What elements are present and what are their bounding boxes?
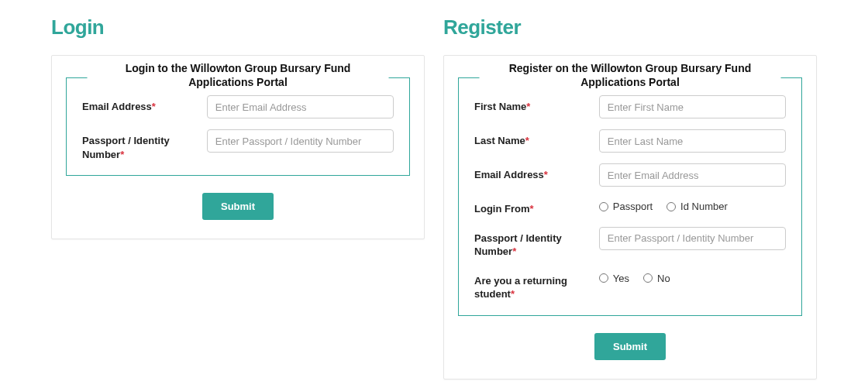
register-email-control — [599, 163, 786, 187]
login-submit-button[interactable]: Submit — [202, 193, 274, 220]
register-loginfrom-control: Passport Id Number — [599, 197, 786, 212]
login-from-passport-radio[interactable] — [599, 202, 608, 211]
radio-label: Passport — [613, 201, 653, 212]
register-passport-label: Passport / Identity Number* — [474, 227, 599, 259]
register-passport-control — [599, 227, 786, 250]
radio-label: Id Number — [680, 201, 728, 212]
login-passport-control — [207, 129, 394, 153]
required-indicator: * — [511, 288, 515, 300]
required-indicator: * — [525, 135, 529, 146]
register-returning-label: Are you a returning student* — [474, 270, 599, 301]
login-from-idnumber-option[interactable]: Id Number — [666, 201, 728, 212]
register-passport-input[interactable] — [599, 227, 786, 250]
label-text: Are you a returning student — [474, 275, 567, 300]
radio-label: Yes — [613, 273, 629, 284]
login-panel: Login Login to the Willowton Group Bursa… — [51, 15, 425, 379]
register-loginfrom-label: Login From* — [474, 197, 599, 216]
register-firstname-input[interactable] — [599, 95, 786, 118]
register-firstname-control — [599, 95, 786, 118]
label-text: Login From — [474, 203, 530, 215]
register-legend: Register on the Willowton Group Bursary … — [480, 61, 781, 89]
register-returning-row: Are you a returning student* Yes No — [474, 270, 786, 301]
register-returning-control: Yes No — [599, 270, 786, 284]
register-lastname-input[interactable] — [599, 129, 786, 153]
login-fieldset: Login to the Willowton Group Bursary Fun… — [66, 77, 410, 176]
label-text: Passport / Identity Number — [474, 232, 562, 258]
register-title: Register — [443, 15, 817, 39]
returning-yes-option[interactable]: Yes — [599, 273, 629, 284]
login-email-row: Email Address* — [82, 95, 394, 118]
required-indicator: * — [120, 149, 124, 160]
required-indicator: * — [526, 101, 530, 112]
login-email-input[interactable] — [207, 95, 394, 118]
returning-radio-group: Yes No — [599, 270, 786, 284]
register-submit-wrap: Submit — [444, 333, 816, 360]
register-fieldset: Register on the Willowton Group Bursary … — [458, 77, 802, 316]
register-firstname-label: First Name* — [474, 95, 599, 114]
required-indicator: * — [544, 169, 548, 180]
returning-yes-radio[interactable] — [599, 273, 608, 283]
required-indicator: * — [512, 246, 516, 257]
register-email-label: Email Address* — [474, 163, 599, 182]
login-legend: Login to the Willowton Group Bursary Fun… — [88, 61, 389, 89]
login-from-idnumber-radio[interactable] — [666, 202, 676, 211]
register-submit-button[interactable]: Submit — [594, 333, 666, 360]
label-text: First Name — [474, 101, 526, 112]
register-panel: Register Register on the Willowton Group… — [443, 15, 817, 379]
label-text: Email Address — [82, 101, 152, 112]
label-text: Email Address — [474, 169, 544, 180]
returning-no-radio[interactable] — [643, 273, 653, 283]
register-firstname-row: First Name* — [474, 95, 786, 118]
login-card: Login to the Willowton Group Bursary Fun… — [51, 55, 425, 239]
required-indicator: * — [152, 101, 156, 112]
login-title: Login — [51, 15, 425, 39]
login-from-passport-option[interactable]: Passport — [599, 201, 653, 212]
register-email-row: Email Address* — [474, 163, 786, 187]
required-indicator: * — [530, 203, 534, 215]
label-text: Passport / Identity Number — [82, 135, 170, 160]
login-email-control — [207, 95, 394, 118]
login-from-radio-group: Passport Id Number — [599, 197, 786, 212]
login-passport-row: Passport / Identity Number* — [82, 129, 394, 161]
register-email-input[interactable] — [599, 163, 786, 187]
login-submit-wrap: Submit — [52, 193, 424, 220]
register-loginfrom-row: Login From* Passport Id Number — [474, 197, 786, 216]
register-card: Register on the Willowton Group Bursary … — [443, 55, 817, 379]
login-passport-label: Passport / Identity Number* — [82, 129, 207, 161]
login-email-label: Email Address* — [82, 95, 207, 114]
register-lastname-row: Last Name* — [474, 129, 786, 153]
label-text: Last Name — [474, 135, 525, 146]
register-lastname-control — [599, 129, 786, 153]
login-passport-input[interactable] — [207, 129, 394, 153]
returning-no-option[interactable]: No — [643, 273, 670, 284]
radio-label: No — [657, 273, 670, 284]
register-passport-row: Passport / Identity Number* — [474, 227, 786, 259]
register-lastname-label: Last Name* — [474, 129, 599, 148]
